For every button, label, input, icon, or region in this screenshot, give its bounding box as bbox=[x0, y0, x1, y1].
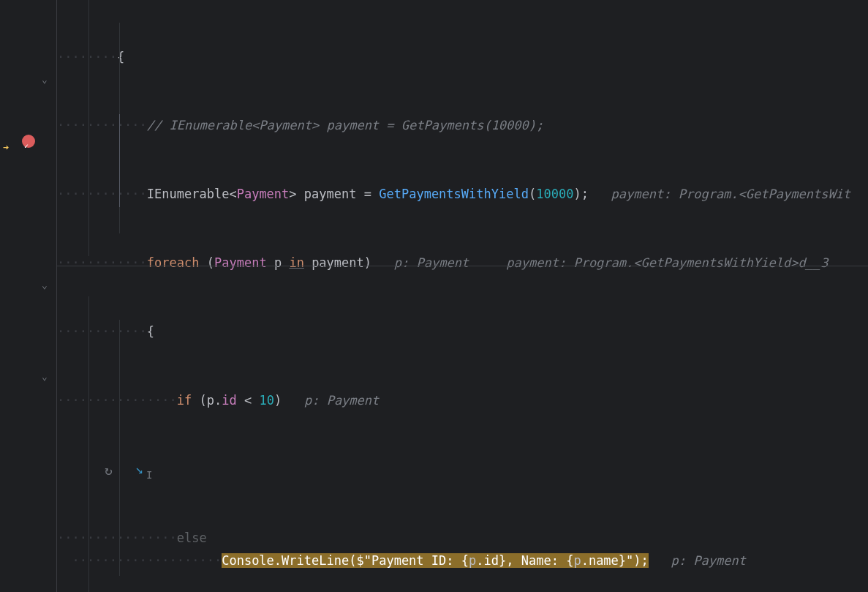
code-editor[interactable]: ········{ ············// IEnumerable<Pay… bbox=[57, 0, 868, 592]
code-line[interactable]: ············// IEnumerable<Payment> paym… bbox=[57, 114, 868, 137]
indent-guide bbox=[88, 296, 89, 592]
code-line[interactable]: ········{ bbox=[57, 46, 868, 69]
indent-guide bbox=[119, 114, 120, 207]
code-line[interactable]: ············IEnumerable<Payment> payment… bbox=[57, 183, 868, 206]
fold-chevron-icon[interactable]: ⌄ bbox=[42, 68, 48, 91]
fold-chevron-icon[interactable]: ⌄ bbox=[42, 365, 48, 388]
indent-guide bbox=[119, 410, 120, 509]
text-cursor-icon: I bbox=[146, 464, 152, 487]
fold-chevron-icon[interactable]: ⌄ bbox=[42, 274, 48, 296]
step-into-icon[interactable]: ↘ bbox=[135, 457, 143, 480]
gutter[interactable]: ⌄ ➔ ✓ ⌄ ⌄ bbox=[0, 0, 57, 592]
step-over-icon[interactable]: ↻ bbox=[105, 459, 113, 482]
code-line[interactable]: ················if (p.id < 10) p: Paymen… bbox=[57, 389, 868, 412]
execution-pointer-icon: ➔ bbox=[3, 136, 9, 159]
code-line[interactable]: ············{ bbox=[57, 321, 868, 343]
method-separator bbox=[57, 266, 868, 266]
code-line[interactable]: ················else bbox=[57, 527, 868, 550]
code-line[interactable]: ············foreach (Payment p in paymen… bbox=[57, 252, 868, 274]
indent-guide bbox=[88, 0, 89, 256]
code-line-current[interactable]: ↻ ↘ I ····················Console.WriteL… bbox=[57, 458, 868, 481]
breakpoint-verified-icon: ✓ bbox=[24, 135, 29, 157]
